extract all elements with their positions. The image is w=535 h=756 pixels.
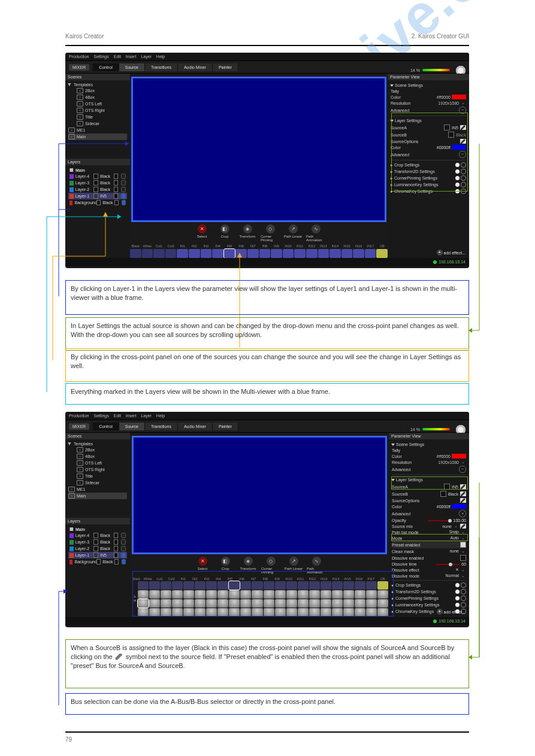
tab-audiomixer[interactable]: Audio Mixer bbox=[178, 63, 213, 71]
bus-slot[interactable] bbox=[365, 249, 376, 258]
layer-row[interactable]: BackgroundBlack bbox=[68, 558, 127, 565]
effect-row[interactable]: ▸ Crop Settings bbox=[392, 582, 466, 588]
tree-templates[interactable]: ▶Templates bbox=[68, 441, 127, 447]
source-thumb-icon[interactable] bbox=[440, 491, 446, 497]
layer-row[interactable]: Layer-4Black bbox=[68, 173, 127, 180]
tree-main[interactable]: □Main bbox=[68, 493, 127, 499]
bus-slot-live[interactable] bbox=[376, 249, 388, 258]
tool-cornerpin[interactable]: ◇Corner Pinning bbox=[261, 557, 280, 574]
expand-icon[interactable]: + bbox=[458, 509, 468, 519]
pen-icon[interactable] bbox=[460, 484, 466, 489]
pen-icon[interactable] bbox=[460, 491, 466, 496]
menu-item[interactable]: Settings bbox=[93, 54, 108, 59]
bus-slot[interactable] bbox=[306, 249, 318, 258]
menu-item[interactable]: Edit bbox=[114, 54, 121, 59]
eye-icon[interactable] bbox=[121, 174, 126, 179]
bus-slot[interactable] bbox=[165, 249, 177, 258]
tab-control[interactable]: Control bbox=[93, 63, 119, 71]
bus-slot[interactable] bbox=[177, 249, 188, 258]
tab-transitions[interactable]: Transitions bbox=[145, 423, 178, 430]
tree-item[interactable]: □Title bbox=[68, 473, 127, 479]
bus-slot[interactable] bbox=[341, 249, 353, 258]
tab-painter[interactable]: Painter bbox=[213, 423, 238, 430]
bus-slot[interactable] bbox=[271, 249, 282, 258]
bus-slot[interactable] bbox=[283, 249, 294, 258]
bus-slot[interactable] bbox=[330, 249, 341, 258]
layer-row[interactable]: Layer-3Black bbox=[68, 539, 127, 545]
collapse-icon[interactable]: − bbox=[459, 466, 466, 473]
effect-row[interactable]: ▸ CornerPinning Settings bbox=[391, 175, 466, 181]
tree-item[interactable]: □4Box bbox=[68, 94, 127, 101]
color-swatch[interactable] bbox=[452, 145, 466, 150]
effect-row[interactable]: ▸ LuminanceKey Settings bbox=[391, 181, 466, 188]
chevron-down-icon[interactable]: ⌄ bbox=[460, 549, 466, 554]
layer-row[interactable]: Layer-2Black bbox=[68, 545, 127, 552]
scene-settings-header[interactable]: Scene Settings bbox=[392, 441, 466, 448]
eye-icon[interactable] bbox=[122, 200, 126, 205]
bus-slot[interactable] bbox=[130, 249, 141, 258]
add-effect-button[interactable]: +add effect... bbox=[437, 250, 466, 256]
layer-row[interactable]: Layer-4Black bbox=[68, 532, 127, 539]
bus-slot[interactable] bbox=[201, 249, 212, 258]
bus-slot[interactable] bbox=[353, 249, 364, 258]
tree-item[interactable]: □Sidecar bbox=[68, 479, 127, 486]
menu-item[interactable]: Insert bbox=[126, 414, 137, 418]
layer-row[interactable]: Layer-2Black bbox=[68, 186, 127, 193]
collapse-icon[interactable]: − bbox=[459, 151, 466, 158]
source-thumb-icon[interactable] bbox=[444, 125, 450, 130]
chevron-down-icon[interactable]: ⌄ bbox=[460, 567, 466, 572]
collapse-icon[interactable]: − bbox=[459, 107, 466, 114]
tree-item[interactable]: □Sidecar bbox=[68, 120, 127, 127]
tree-item[interactable]: □4Box bbox=[68, 453, 127, 460]
tree-templates[interactable]: ▶Templates bbox=[68, 82, 127, 87]
bus-slot[interactable] bbox=[189, 249, 200, 258]
chevron-down-icon[interactable]: ⌄ bbox=[460, 460, 466, 464]
ab-bus-selector[interactable]: A B bbox=[131, 581, 137, 617]
bus-slot-selected[interactable] bbox=[224, 249, 235, 258]
menu-item[interactable]: Layer bbox=[141, 414, 152, 418]
tree-item[interactable]: □Title bbox=[68, 114, 127, 120]
checkbox-checked[interactable]: ✓ bbox=[460, 542, 466, 548]
tree-item[interactable]: □2Box bbox=[68, 447, 127, 453]
effect-row[interactable]: ▸ ChromaKey Settings bbox=[391, 188, 466, 195]
menu-item[interactable]: Insert bbox=[126, 54, 137, 59]
multiviewer-canvas[interactable] bbox=[131, 77, 386, 222]
chevron-down-icon[interactable]: ⌄ bbox=[460, 573, 466, 578]
bus-slot[interactable] bbox=[259, 249, 271, 258]
tree-item[interactable]: □OTS Right bbox=[68, 466, 127, 473]
tool-pathlinear[interactable]: ↗Path Linear bbox=[284, 557, 303, 574]
tab-audiomixer[interactable]: Audio Mixer bbox=[178, 423, 213, 430]
effect-row[interactable]: ▸ Transform2D Settings bbox=[392, 588, 466, 595]
menu-item[interactable]: Production bbox=[69, 414, 89, 418]
tab-transitions[interactable]: Transitions bbox=[145, 63, 178, 71]
bus-slot[interactable] bbox=[235, 249, 247, 258]
menu-item[interactable]: Settings bbox=[93, 414, 108, 418]
add-effect-button[interactable]: +add effect... bbox=[437, 609, 466, 615]
bus-slot[interactable] bbox=[212, 249, 223, 258]
tool-select[interactable]: ✕Select bbox=[193, 557, 212, 574]
bus-slot[interactable] bbox=[318, 249, 330, 258]
pen-icon[interactable] bbox=[460, 524, 466, 529]
menu-item[interactable]: Production bbox=[69, 54, 89, 59]
color-swatch[interactable] bbox=[452, 504, 466, 509]
tool-crop[interactable]: ◧Crop bbox=[216, 557, 235, 574]
tree-item[interactable]: □2Box bbox=[68, 87, 127, 94]
tool-pathlinear[interactable]: ↗Path Linear bbox=[283, 224, 303, 242]
tree-main[interactable]: □Main bbox=[68, 133, 127, 140]
scene-settings-header[interactable]: Scene Settings bbox=[391, 82, 466, 89]
layer-row[interactable]: Layer-3Black bbox=[68, 180, 127, 186]
layer-settings-header[interactable]: Layer Settings bbox=[392, 476, 466, 483]
checkbox[interactable] bbox=[448, 132, 454, 138]
chevron-down-icon[interactable]: ⌄ bbox=[453, 524, 459, 529]
chevron-down-icon[interactable]: ⌄ bbox=[460, 530, 466, 535]
bus-slot[interactable] bbox=[142, 249, 153, 258]
pen-icon[interactable] bbox=[460, 125, 466, 130]
chevron-down-icon[interactable]: ⌄ bbox=[460, 101, 466, 105]
shuffle-icon[interactable]: ✕ bbox=[455, 567, 459, 572]
tool-crop[interactable]: ◧Crop bbox=[215, 224, 234, 242]
eye-icon[interactable] bbox=[121, 180, 126, 186]
tool-transform[interactable]: ◈Transform bbox=[238, 224, 257, 242]
tool-pathanim[interactable]: ∿Path Animation bbox=[307, 557, 326, 574]
tool-transform[interactable]: ◈Transform bbox=[238, 557, 258, 574]
effect-row[interactable]: ▸ Transform2D Settings bbox=[391, 168, 466, 175]
